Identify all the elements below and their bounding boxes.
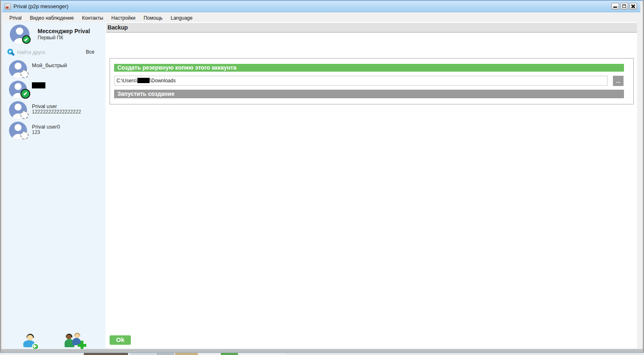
path-prefix: C:\Users\ [117,78,137,84]
ok-button[interactable]: Ok [110,335,131,345]
menu-settings[interactable]: Настройки [109,14,137,22]
menu-bar: Prival Видео наблюдение Контакты Настрой… [3,14,640,22]
desktop-strip [0,353,644,355]
contact-name: Prival user [32,103,57,109]
close-button[interactable] [629,3,637,9]
menu-help[interactable]: Помощь [141,14,164,22]
add-group-button[interactable] [65,332,84,350]
contact-id: 122222222222222222 [32,109,81,115]
page-header: Backup [106,23,637,33]
search-input[interactable] [17,48,70,57]
offline-status-icon [20,70,29,78]
contact-name: Мой_быстрый [32,62,67,68]
offline-status-icon [20,131,29,140]
window-title: Prival (p2p messenger) [13,3,68,9]
profile-avatar [10,25,29,44]
menu-video-surveillance[interactable]: Видео наблюдение [28,14,76,22]
contact-row[interactable]: Prival user 122222222222222222 [3,100,105,121]
offline-status-icon [20,111,29,119]
backup-group-box: Создать резервную копию этого аккаунта C… [110,58,634,104]
search-icon [7,49,13,54]
backup-path-input[interactable]: C:\Users\\Downloads [114,76,608,86]
filter-all-label[interactable]: Все [86,49,94,55]
contact-avatar [9,81,27,99]
contact-avatar [9,122,27,140]
profile-name: Мессенджер Prival [38,28,90,34]
contact-name: Prival user0 [32,124,60,130]
menu-language[interactable]: Language [169,14,195,22]
sidebar: Мессенджер Prival Первый ПК Все Мой_быст… [3,22,105,350]
redacted-path-segment [137,78,150,83]
path-suffix: \Downloads [150,78,176,84]
minimize-icon [613,7,617,8]
menu-contacts[interactable]: Контакты [80,14,105,22]
profile-device: Первый ПК [38,35,63,41]
contact-row[interactable] [3,80,105,100]
minimize-button[interactable] [611,3,619,9]
contact-avatar [9,60,27,78]
window-controls [611,3,637,9]
search-row: Все [3,48,105,59]
contact-avatar [9,101,27,119]
main-content: Backup Создать резервную копию этого акк… [105,22,637,348]
contact-id: 123 [32,129,40,135]
contact-row[interactable]: Prival user0 123 [3,121,105,141]
online-status-icon [20,89,30,99]
backup-section-header: Создать резервную копию этого аккаунта [114,64,624,72]
online-status-icon [22,35,31,44]
window-bottom-border [1,349,643,353]
add-contact-button[interactable] [22,334,38,351]
start-backup-button[interactable]: Запустить создание [114,90,624,98]
maximize-button[interactable] [620,3,628,9]
app-icon [4,3,11,10]
maximize-icon [622,5,626,8]
page-title: Backup [106,23,637,32]
title-bar[interactable]: Prival (p2p messenger) [2,1,640,12]
contact-row[interactable]: Мой_быстрый [3,59,105,80]
redacted-contact-name [32,82,45,88]
browse-button[interactable]: ... [613,76,624,86]
menu-prival[interactable]: Prival [7,14,24,22]
app-window: Prival (p2p messenger) Prival Видео набл… [0,0,644,353]
